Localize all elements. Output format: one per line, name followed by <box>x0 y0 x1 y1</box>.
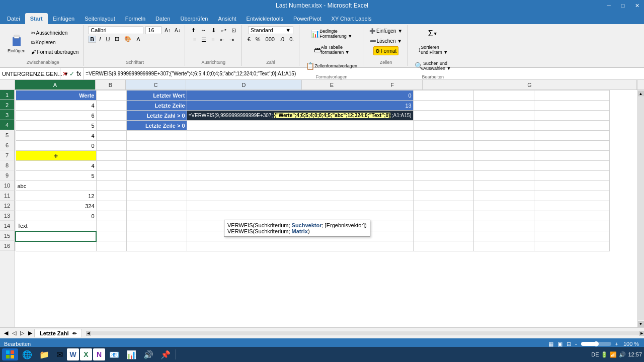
cell-f2[interactable] <box>473 101 534 111</box>
cell-b14[interactable] <box>96 221 126 231</box>
format-uebertragen-button[interactable]: 🖌 Format übertragen <box>29 48 81 57</box>
cell-a7[interactable] <box>16 151 96 161</box>
align-right-button[interactable]: ≡ <box>209 36 216 44</box>
taskbar-pp-button[interactable]: 📊 <box>123 348 139 360</box>
align-middle-button[interactable]: ↔ <box>199 26 208 35</box>
start-button[interactable] <box>2 348 18 360</box>
tab-einfuegen[interactable]: Einfügen <box>48 13 79 24</box>
text-wrap-button[interactable]: ⮐ <box>219 26 228 35</box>
cell-f9[interactable] <box>473 171 534 181</box>
cell-c4[interactable]: Letzte Zeile > 0 <box>126 121 187 131</box>
tab-ueberpruefen[interactable]: Überprüfen <box>175 13 213 24</box>
cell-c13[interactable] <box>126 211 187 221</box>
align-center-button[interactable]: ☰ <box>199 36 208 44</box>
row-num-6[interactable]: 6 <box>0 140 15 150</box>
row-num-3[interactable]: 3 <box>0 110 15 120</box>
col-header-d[interactable]: D <box>186 80 302 89</box>
cell-f7[interactable] <box>473 151 534 161</box>
cell-c8[interactable] <box>126 161 187 171</box>
row-num-8[interactable]: 8 <box>0 160 15 170</box>
sheet-nav-left[interactable]: ◀ <box>2 330 10 336</box>
italic-button[interactable]: I <box>97 36 103 43</box>
cell-f4[interactable] <box>473 121 534 131</box>
font-name-selector[interactable]: Calibri <box>88 26 143 34</box>
row-num-1[interactable]: 1 <box>0 90 15 100</box>
cell-b2[interactable] <box>96 101 126 111</box>
bedingte-formatierung-button[interactable]: 📊 BedingteFormatierung ▼ <box>308 26 355 41</box>
indent-decrease-button[interactable]: ⇤ <box>218 36 226 44</box>
cell-b9[interactable] <box>96 171 126 181</box>
cell-c3[interactable]: Letzte Zahl > 0 <box>126 111 187 121</box>
confirm-formula-button[interactable]: ✓ <box>69 70 74 77</box>
font-grow-button[interactable]: A↑ <box>164 27 172 34</box>
cell-g10[interactable] <box>534 181 609 191</box>
close-button[interactable]: ✕ <box>630 0 644 11</box>
layout-normal-button[interactable]: ▦ <box>548 341 553 347</box>
row-num-9[interactable]: 9 <box>0 170 15 180</box>
cell-c14[interactable] <box>126 221 187 231</box>
taskbar-misc2-button[interactable]: 📌 <box>157 348 174 360</box>
cell-f14[interactable] <box>473 221 534 231</box>
col-header-f[interactable]: F <box>362 80 423 89</box>
zoom-slider[interactable] <box>581 342 611 346</box>
cell-d12[interactable] <box>187 201 413 211</box>
cell-b12[interactable] <box>96 201 126 211</box>
ausschneiden-button[interactable]: ✂ Ausschneiden <box>29 29 81 38</box>
layout-preview-button[interactable]: ⊟ <box>567 341 571 347</box>
cell-a14[interactable]: Text <box>16 221 96 231</box>
cell-b13[interactable] <box>96 211 126 221</box>
zoom-slider-thumb[interactable] <box>594 341 599 346</box>
row-num-10[interactable]: 10 <box>0 180 15 191</box>
underline-button[interactable]: U <box>104 36 112 43</box>
cell-f13[interactable] <box>473 211 534 221</box>
cell-f5[interactable] <box>473 131 534 141</box>
cell-e8[interactable] <box>413 161 473 171</box>
cell-a1[interactable]: Werte <box>16 90 96 101</box>
summe-button[interactable]: Σ ▼ <box>418 26 448 41</box>
cell-e16[interactable] <box>413 241 473 251</box>
tab-ansicht[interactable]: Ansicht <box>213 13 241 24</box>
cell-g16[interactable] <box>534 241 609 251</box>
horizontal-scrollbar[interactable]: ◀ ▶ <box>86 331 644 336</box>
cell-g5[interactable] <box>534 131 609 141</box>
cell-c15[interactable] <box>126 231 187 241</box>
cell-f1[interactable] <box>473 90 534 101</box>
cell-f10[interactable] <box>473 181 534 191</box>
cell-d4[interactable] <box>187 121 413 131</box>
tab-daten[interactable]: Daten <box>150 13 175 24</box>
row-num-16[interactable]: 16 <box>0 241 15 251</box>
zoom-minus-button[interactable]: - <box>575 341 577 347</box>
cell-g11[interactable] <box>534 191 609 201</box>
cell-e6[interactable] <box>413 141 473 151</box>
col-header-c[interactable]: C <box>126 80 186 89</box>
cell-d3[interactable]: =VERWEIS(9,9999999999999E+307; {"Werte";… <box>187 111 413 121</box>
cell-a16[interactable] <box>16 241 96 251</box>
cell-e2[interactable] <box>413 101 473 111</box>
row-num-7[interactable]: 7 <box>0 150 15 160</box>
tab-seitenlayout[interactable]: Seitenlayout <box>79 13 120 24</box>
cell-b7[interactable] <box>96 151 126 161</box>
cell-b5[interactable] <box>96 131 126 141</box>
layout-page-button[interactable]: ▣ <box>557 341 562 347</box>
tab-xy-chart[interactable]: XY Chart Labels <box>327 13 377 24</box>
row-num-14[interactable]: 14 <box>0 221 15 231</box>
align-left-button[interactable]: ≡ <box>191 36 198 44</box>
vertical-scrollbar[interactable]: ▲ ▼ <box>637 90 644 327</box>
row-num-12[interactable]: 12 <box>0 201 15 211</box>
cell-g15[interactable] <box>534 231 609 241</box>
cell-g4[interactable] <box>534 121 609 131</box>
cell-g7[interactable] <box>534 151 609 161</box>
cell-e11[interactable] <box>413 191 473 201</box>
taskbar-excel-button[interactable]: X <box>80 348 92 360</box>
cell-c9[interactable] <box>126 171 187 181</box>
scroll-track[interactable] <box>638 97 644 320</box>
scroll-up-button[interactable]: ▲ <box>638 90 644 97</box>
cell-g3[interactable] <box>534 111 609 121</box>
cell-d16[interactable] <box>187 241 413 251</box>
select-all-button[interactable] <box>0 80 15 90</box>
cell-d5[interactable] <box>187 131 413 141</box>
cell-d11[interactable] <box>187 191 413 201</box>
cell-b6[interactable] <box>96 141 126 151</box>
cell-c11[interactable] <box>126 191 187 201</box>
cell-a5[interactable]: 4 <box>16 131 96 141</box>
